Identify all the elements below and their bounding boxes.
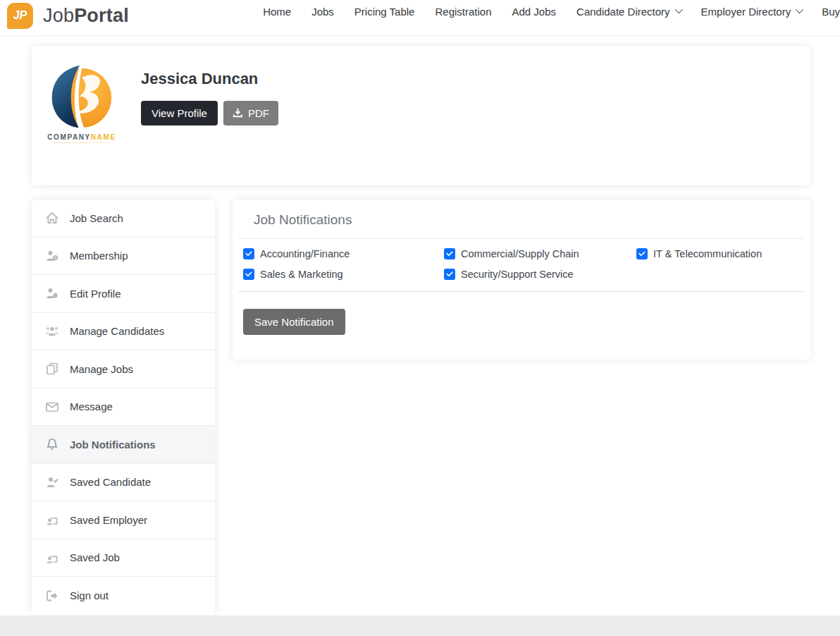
nav-link-label: Employer Directory — [701, 6, 791, 18]
sidebar-item-saved-job[interactable]: Saved Job — [32, 539, 215, 577]
nav-link-employer-directory[interactable]: Employer Directory — [701, 6, 802, 18]
nav-link-registration[interactable]: Registration — [435, 6, 491, 18]
checkbox-checked-icon[interactable] — [444, 248, 455, 259]
sidebar-item-manage-jobs[interactable]: Manage Jobs — [32, 350, 215, 389]
checkbox-label: IT & Telecommunication — [653, 248, 762, 259]
sidebar-item-manage-candidates[interactable]: Manage Candidates — [32, 313, 215, 351]
footer-bar — [0, 616, 840, 636]
bell-icon — [44, 436, 60, 452]
notification-checkbox-security-support-service[interactable]: Security/Support Service — [444, 269, 636, 280]
user-gear-icon — [44, 286, 60, 301]
checkbox-label: Sales & Marketing — [260, 269, 343, 280]
job-notifications-panel: Job Notifications Accounting/FinanceComm… — [233, 200, 810, 360]
logo-tagline — [54, 142, 109, 145]
envelope-icon — [44, 399, 60, 415]
nav-link-pricing-table[interactable]: Pricing Table — [354, 6, 415, 18]
pdf-button-label: PDF — [248, 107, 269, 119]
nav-links: HomeJobsPricing TableRegistrationAdd Job… — [263, 3, 840, 18]
sidebar-item-label: Edit Profile — [70, 288, 121, 300]
notification-checkbox-it-telecommunication[interactable]: IT & Telecommunication — [636, 248, 805, 259]
checkbox-checked-icon[interactable] — [636, 248, 648, 259]
navbar: JP JobPortal HomeJobsPricing TableRegist… — [0, 0, 840, 36]
sidebar-item-label: Saved Employer — [70, 514, 147, 526]
nav-link-label: Pricing Table — [354, 6, 415, 18]
brand-name-bold: Portal — [74, 5, 129, 26]
nav-link-label: Buy — [822, 6, 840, 18]
nav-link-label: Candidate Directory — [576, 6, 670, 18]
checkbox-label: Security/Support Service — [461, 269, 574, 280]
nav-link-home[interactable]: Home — [263, 6, 291, 18]
sidebar-item-sign-out[interactable]: Sign out — [32, 577, 215, 615]
pdf-download-button[interactable]: PDF — [223, 101, 278, 126]
nav-link-candidate-directory[interactable]: Candidate Directory — [576, 6, 681, 18]
sidebar-item-message[interactable]: Message — [32, 389, 215, 427]
user-frame-icon — [44, 512, 60, 527]
sign-out-icon — [44, 588, 60, 604]
company-logo-icon — [48, 63, 116, 130]
chevron-down-icon — [674, 5, 682, 13]
view-profile-button[interactable]: View Profile — [141, 101, 218, 126]
download-icon — [233, 108, 243, 118]
sidebar-item-job-search[interactable]: Job Search — [32, 200, 215, 238]
sidebar-item-edit-profile[interactable]: Edit Profile — [32, 275, 215, 313]
sidebar-item-label: Message — [70, 400, 113, 412]
sidebar-item-label: Membership — [70, 250, 128, 262]
sidebar: Job SearchMembershipEdit ProfileManage C… — [32, 200, 215, 615]
brand-logo-icon: JP — [7, 3, 33, 29]
nav-link-jobs[interactable]: Jobs — [311, 6, 334, 18]
sidebar-item-job-notifications[interactable]: Job Notifications — [32, 426, 215, 464]
save-notification-button[interactable]: Save Notification — [243, 309, 345, 335]
checkbox-label: Accounting/Finance — [260, 248, 350, 259]
users-icon — [44, 324, 60, 339]
sidebar-item-label: Job Search — [70, 212, 123, 224]
user-check-icon — [44, 475, 60, 490]
sidebar-item-membership[interactable]: Membership — [32, 238, 215, 276]
brand-name-regular: Job — [43, 5, 74, 26]
notification-checkbox-sales-marketing[interactable]: Sales & Marketing — [243, 269, 444, 280]
sidebar-item-label: Manage Candidates — [70, 325, 164, 337]
nav-link-label: Jobs — [311, 6, 334, 18]
checkbox-checked-icon[interactable] — [243, 248, 254, 259]
panel-title: Job Notifications — [254, 212, 805, 228]
brand[interactable]: JP JobPortal — [7, 3, 129, 29]
sidebar-item-label: Sign out — [70, 589, 109, 601]
company-logo-wordmark: COMPANYNAME — [47, 133, 116, 141]
nav-link-buy[interactable]: Buy — [822, 6, 840, 18]
nav-link-label: Add Jobs — [512, 6, 557, 18]
brand-name: JobPortal — [43, 5, 129, 27]
page: JP JobPortal HomeJobsPricing TableRegist… — [0, 0, 840, 636]
nav-link-label: Registration — [435, 6, 491, 18]
profile-name: Jessica Duncan — [141, 70, 278, 88]
company-logo: COMPANYNAME — [44, 63, 120, 145]
logo-word-accent: NAME — [91, 133, 116, 141]
home-icon — [44, 210, 60, 226]
sidebar-item-saved-candidate[interactable]: Saved Candidate — [32, 464, 215, 502]
sidebar-item-label: Saved Candidate — [70, 476, 151, 488]
checkbox-label: Commercial/Supply Chain — [461, 248, 579, 259]
sidebar-item-label: Manage Jobs — [70, 363, 133, 375]
nav-link-label: Home — [263, 6, 291, 18]
notification-checkbox-grid: Accounting/FinanceCommercial/Supply Chai… — [238, 239, 805, 280]
nav-link-add-jobs[interactable]: Add Jobs — [512, 6, 557, 18]
logo-word-main: COMPANY — [47, 133, 91, 141]
sidebar-item-label: Job Notifications — [70, 439, 156, 451]
chevron-down-icon — [796, 5, 803, 13]
profile-card: COMPANYNAME Jessica Duncan View Profile … — [32, 46, 810, 185]
sidebar-item-saved-employer[interactable]: Saved Employer — [32, 501, 215, 539]
sidebar-item-label: Saved Job — [70, 551, 120, 563]
copy-icon — [44, 361, 60, 377]
user-clock-icon — [44, 248, 60, 264]
checkbox-checked-icon[interactable] — [444, 269, 455, 280]
notification-checkbox-commercial-supply-chain[interactable]: Commercial/Supply Chain — [444, 248, 636, 259]
checkbox-checked-icon[interactable] — [243, 269, 254, 280]
notification-checkbox-accounting-finance[interactable]: Accounting/Finance — [243, 248, 444, 259]
user-frame-icon — [44, 550, 60, 565]
